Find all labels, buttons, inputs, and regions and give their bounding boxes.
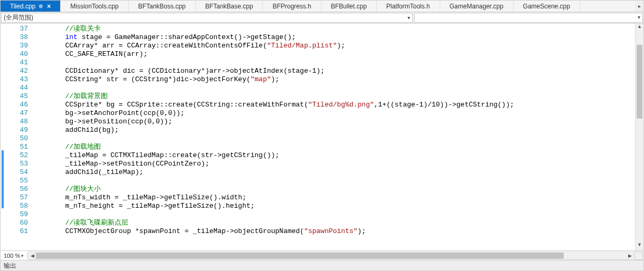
output-panel-title: 输出 [4, 262, 16, 269]
line-number: 43 [9, 75, 28, 84]
token-plain: bg->setAnchorPoint(ccp(0,0)); [65, 109, 184, 117]
token-plain: CCTMXObjectGroup *spawnPoint = _tileMap-… [65, 227, 304, 235]
code-line: CCArray* arr = CCArray::createWithConten… [32, 42, 635, 50]
hscroll-right-arrow[interactable]: ▶ [626, 252, 633, 259]
code-line: CC_SAFE_RETAIN(arr); [32, 50, 635, 59]
change-marker [2, 150, 4, 208]
line-number: 56 [9, 185, 28, 193]
tab-tiled-cpp[interactable]: Tiled.cpp⊕× [1, 1, 61, 12]
code-line: CCSprite* bg = CCSprite::create(CCString… [32, 101, 635, 109]
tab-scroll-right[interactable]: ▸ [635, 1, 643, 12]
token-cm: //读取飞碟刷新点层 [65, 219, 128, 227]
line-number: 55 [9, 177, 28, 185]
vertical-scrollbar[interactable]: ▲ ▼ [635, 24, 643, 250]
code-line [32, 210, 635, 219]
token-kw: int [65, 33, 77, 41]
code-line: CCDictionary* dic = (CCDictionary*)arr->… [32, 67, 635, 75]
tab-missiontools-cpp[interactable]: MissionTools.cpp [61, 1, 128, 12]
token-str: "spawnPoints" [304, 227, 357, 235]
member-dropdown[interactable] [414, 13, 643, 23]
line-number: 48 [9, 118, 28, 126]
tab-bftankboss-cpp[interactable]: BFTankBoss.cpp [129, 1, 196, 12]
line-number: 51 [9, 143, 28, 151]
token-plain: bg->setPosition(ccp(0,0)); [65, 118, 172, 125]
code-line: bg->setAnchorPoint(ccp(0,0)); [32, 109, 635, 118]
token-cm: //图块大小 [65, 185, 101, 193]
code-area: 3738394041424344454647484950515253545556… [1, 24, 643, 250]
code-line: _tileMap = CCTMXTiledMap::create(str->ge… [32, 151, 635, 160]
line-number: 47 [9, 109, 28, 118]
split-view-button[interactable] [634, 251, 643, 260]
token-plain: _tileMap = CCTMXTiledMap::create(str->ge… [65, 151, 279, 159]
output-panel-header[interactable]: 输出 [1, 260, 643, 270]
line-number: 38 [9, 33, 28, 42]
code-line [32, 134, 635, 143]
code-line [32, 177, 635, 185]
tab-label: Tiled.cpp [10, 3, 35, 10]
code-line: //读取飞碟刷新点层 [32, 219, 635, 227]
line-number: 60 [9, 219, 28, 227]
horizontal-scrollbar[interactable]: ◀ ▶ [28, 251, 634, 260]
token-plain: CC_SAFE_RETAIN(arr); [65, 50, 147, 58]
token-plain: CCString* str = (CCString*)dic->objectFo… [65, 75, 250, 83]
token-plain: m_nTs_height = _tileMap->getTileSize().h… [65, 202, 254, 210]
tab-label: MissionTools.cpp [70, 3, 118, 10]
code-line: m_nTs_height = _tileMap->getTileSize().h… [32, 202, 635, 210]
tab-gamemanager-cpp[interactable]: GameManager.cpp [440, 1, 514, 12]
code-content[interactable]: //读取关卡 int stage = GameManager::sharedAp… [32, 24, 635, 250]
token-plain: m_nTs_width = _tileMap->getTileSize().wi… [65, 193, 246, 201]
tab-label: BFProgress.h [272, 3, 311, 10]
scope-dropdown-label: (全局范围) [4, 13, 33, 22]
tab-bfprogress-h[interactable]: BFProgress.h [263, 1, 321, 12]
close-icon[interactable]: × [47, 3, 51, 10]
scroll-up-arrow[interactable]: ▲ [636, 24, 643, 32]
code-line: addChild(_tileMap); [32, 168, 635, 177]
code-line: m_nTs_width = _tileMap->getTileSize().wi… [32, 193, 635, 202]
code-line: //图块大小 [32, 185, 635, 193]
tab-bfbullet-cpp[interactable]: BFBullet.cpp [321, 1, 377, 12]
code-line: bg->setPosition(ccp(0,0)); [32, 118, 635, 126]
tab-label: BFBullet.cpp [331, 3, 367, 10]
code-line: CCString* str = (CCString*)dic->objectFo… [32, 75, 635, 84]
token-str: "map" [250, 75, 271, 83]
token-str: "Tiled/bg%d.png" [308, 101, 374, 109]
line-number: 37 [9, 25, 28, 33]
token-str: "Tiled/Map.plist" [267, 42, 337, 50]
tab-gamescene-cpp[interactable]: GameScene.cpp [514, 1, 580, 12]
hscroll-thumb[interactable] [36, 253, 564, 259]
token-plain: stage = GameManager::sharedAppContext()-… [78, 33, 296, 41]
code-line: int stage = GameManager::sharedAppContex… [32, 33, 635, 42]
token-plain: addChild(bg); [65, 126, 118, 134]
line-number: 46 [9, 101, 28, 109]
line-number: 41 [9, 59, 28, 67]
margin-indicator [1, 24, 9, 250]
hscroll-left-arrow[interactable]: ◀ [29, 252, 36, 259]
zoom-dropdown[interactable]: 100 % [1, 253, 27, 259]
vscroll-thumb[interactable] [637, 45, 642, 119]
code-line: //读取关卡 [32, 25, 635, 33]
token-plain: CCSprite* bg = CCSprite::create(CCString… [65, 101, 308, 109]
line-number-gutter: 3738394041424344454647484950515253545556… [9, 24, 32, 250]
code-line [32, 84, 635, 92]
tab-label: BFTankBoss.cpp [138, 3, 186, 10]
token-cm: //加载地图 [65, 143, 101, 151]
tab-label: BFTankBase.cpp [205, 3, 253, 10]
token-plain: CCDictionary* dic = (CCDictionary*)arr->… [65, 67, 324, 75]
pin-icon[interactable]: ⊕ [39, 3, 43, 9]
token-plain: ); [337, 42, 345, 50]
code-line: //加载背景图 [32, 92, 635, 101]
line-number: 39 [9, 42, 28, 50]
tab-platformtools-h[interactable]: PlatformTools.h [377, 1, 440, 12]
line-number: 53 [9, 160, 28, 168]
scope-dropdown[interactable]: (全局范围) [1, 13, 413, 23]
zoom-label: 100 % [4, 253, 20, 259]
line-number: 45 [9, 92, 28, 101]
scroll-down-arrow[interactable]: ▼ [636, 242, 643, 250]
code-line [32, 59, 635, 67]
line-number: 58 [9, 202, 28, 210]
line-number: 57 [9, 193, 28, 202]
line-number: 61 [9, 227, 28, 236]
token-cm: //读取关卡 [65, 25, 101, 33]
line-number: 50 [9, 134, 28, 143]
tab-bftankbase-cpp[interactable]: BFTankBase.cpp [196, 1, 263, 12]
